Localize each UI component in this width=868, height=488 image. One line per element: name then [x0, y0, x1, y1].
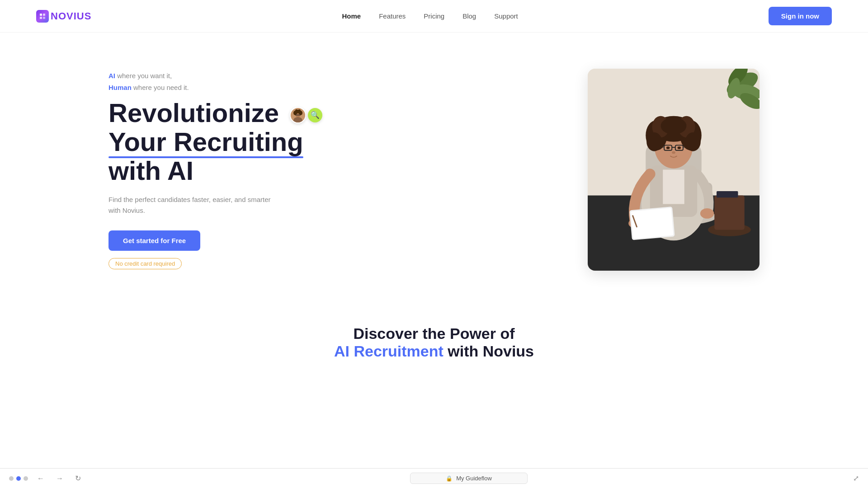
tagline-ai-suffix: where you want it,: [115, 72, 172, 80]
woman-illustration: [588, 69, 760, 271]
svg-rect-30: [663, 170, 684, 204]
svg-rect-3: [43, 17, 45, 19]
nav-item-home[interactable]: Home: [342, 12, 361, 20]
hero-content: AI where you want it, Human where you ne…: [108, 70, 344, 269]
brand-name: NOVIUS: [51, 10, 91, 22]
hero-image: [588, 69, 760, 271]
hero-description: Find the perfect candidates faster, easi…: [108, 194, 280, 216]
get-started-button[interactable]: Get started for Free: [108, 230, 200, 251]
svg-point-46: [666, 146, 670, 149]
tagline-ai: AI: [108, 72, 115, 80]
logo[interactable]: NOVIUS: [36, 10, 91, 23]
nav-item-blog[interactable]: Blog: [462, 12, 476, 20]
svg-point-48: [672, 151, 675, 154]
svg-rect-2: [40, 17, 42, 19]
svg-rect-56: [717, 191, 738, 197]
nav-item-features[interactable]: Features: [379, 12, 406, 20]
navbar: NOVIUS Home Features Pricing Blog Suppor…: [0, 0, 868, 33]
nav-links: Home Features Pricing Blog Support: [342, 12, 518, 20]
headline-part2: Your Recruiting: [108, 127, 303, 156]
hero-cta-group: Get started for Free No credit card requ…: [108, 230, 344, 269]
svg-rect-55: [714, 196, 745, 230]
svg-point-38: [661, 117, 687, 135]
hero-image-area: [588, 69, 760, 271]
nav-item-support[interactable]: Support: [494, 12, 518, 20]
headline-part1: Revolutionize: [108, 98, 279, 127]
svg-rect-52: [631, 208, 673, 239]
avatar-badge-group: 🔍: [290, 107, 322, 123]
svg-rect-1: [43, 14, 45, 16]
hero-section: AI where you want it, Human where you ne…: [0, 33, 868, 298]
avatar: [290, 107, 306, 123]
hero-headline: Revolutionize: [108, 99, 344, 185]
svg-point-47: [678, 146, 681, 149]
tagline-human-suffix: where you need it.: [132, 84, 189, 91]
tagline-human: Human: [108, 84, 132, 91]
hero-tagline: AI where you want it, Human where you ne…: [108, 70, 344, 93]
search-icon-badge: 🔍: [308, 108, 322, 122]
headline-part3: with AI: [108, 156, 193, 185]
discover-suffix: with Novius: [443, 343, 534, 360]
nav-item-pricing[interactable]: Pricing: [424, 12, 444, 20]
no-credit-card-label: No credit card required: [108, 258, 182, 269]
discover-title: Discover the Power of AI Recruitment wit…: [36, 325, 832, 360]
svg-point-11: [298, 109, 301, 112]
discover-section: Discover the Power of AI Recruitment wit…: [0, 298, 868, 382]
svg-point-10: [295, 109, 298, 112]
svg-point-40: [685, 132, 701, 151]
logo-icon: [36, 10, 49, 23]
svg-rect-0: [40, 14, 42, 16]
discover-ai-recruitment: AI Recruitment: [334, 343, 443, 360]
discover-line1: Discover the Power of: [353, 325, 514, 342]
svg-point-50: [700, 208, 714, 219]
signin-button[interactable]: Sign in now: [769, 7, 832, 25]
svg-point-39: [646, 132, 662, 151]
